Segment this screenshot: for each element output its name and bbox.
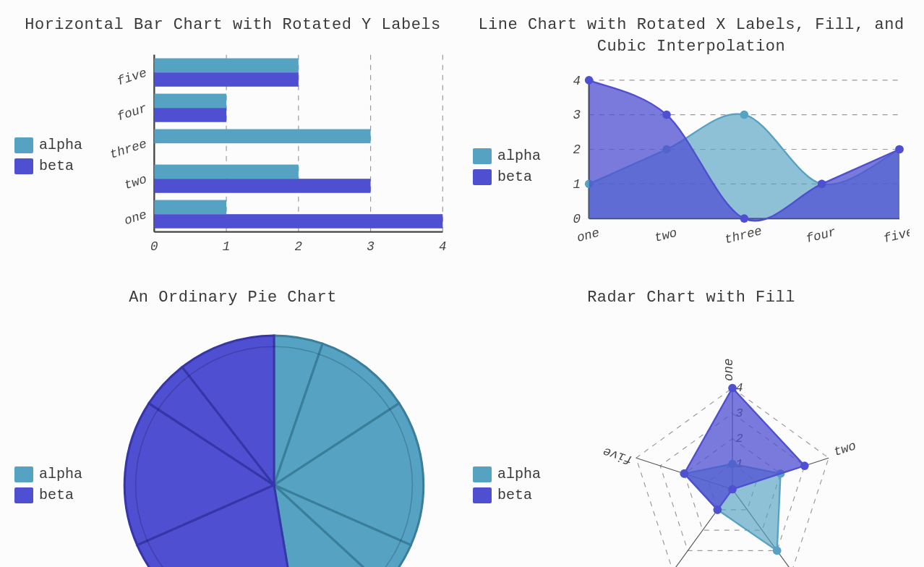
chart-grid: Horizontal Bar Chart with Rotated Y Labe… [14,14,910,553]
legend: alpha beta [473,466,541,503]
svg-point-77 [728,485,737,493]
svg-text:3: 3 [367,239,375,254]
svg-text:five: five [115,65,148,88]
svg-rect-15 [154,164,298,179]
legend-label: alpha [497,466,541,482]
panel-body: alpha beta 01234onetwothreefourfive [14,46,451,265]
svg-point-79 [680,469,689,478]
svg-text:3: 3 [573,108,581,123]
svg-rect-18 [154,129,370,143]
legend-label: alpha [39,137,82,153]
chart-title: Radar Chart with Fill [473,287,910,309]
chart-title: Line Chart with Rotated X Labels, Fill, … [473,14,910,57]
svg-text:four: four [805,225,838,247]
legend-item-beta: beta [473,169,541,185]
legend-swatch-beta [14,487,33,503]
svg-text:three: three [108,136,148,161]
svg-point-78 [714,506,722,514]
legend-label: beta [497,169,532,185]
svg-point-52 [818,180,826,189]
radar-chart-icon: 1234onetwothreefourfive [555,319,910,567]
svg-rect-13 [154,214,442,229]
svg-text:three: three [723,224,763,247]
svg-text:two: two [122,171,148,192]
legend-item-alpha: alpha [14,137,82,153]
svg-text:2: 2 [573,143,581,158]
svg-text:one: one [722,358,736,380]
legend-swatch-alpha [473,148,492,164]
svg-rect-21 [154,93,226,108]
panel-body: alpha beta [14,319,451,567]
panel-body: alpha beta 1234onetwothreefourfive [473,319,910,567]
svg-point-51 [740,215,749,223]
bar-chart-icon: 01234onetwothreefourfive [97,46,451,265]
svg-text:four: four [115,101,148,124]
panel-line: Line Chart with Rotated X Labels, Fill, … [473,14,910,265]
chart-area-radar: 1234onetwothreefourfive [555,319,910,567]
legend-item-beta: beta [473,487,541,503]
legend-swatch-alpha [14,466,33,482]
legend: alpha beta [473,148,541,185]
panel-hbar: Horizontal Bar Chart with Rotated Y Labe… [14,14,451,265]
legend-swatch-alpha [14,137,33,153]
svg-point-50 [662,111,671,119]
legend-item-alpha: alpha [14,466,82,482]
panel-body: alpha beta 01234onetwothreefourfive [473,67,910,265]
chart-title: An Ordinary Pie Chart [14,287,451,309]
svg-text:0: 0 [150,239,158,254]
legend-swatch-beta [473,169,492,185]
legend-item-alpha: alpha [473,148,541,164]
pie-chart-icon [97,319,451,567]
panel-radar: Radar Chart with Fill alpha beta 1234one… [473,287,910,567]
svg-point-72 [773,546,782,555]
legend: alpha beta [14,466,82,503]
panel-pie: An Ordinary Pie Chart alpha beta [14,287,451,567]
svg-rect-25 [154,72,298,87]
svg-rect-24 [154,58,298,72]
svg-text:0: 0 [573,212,581,226]
svg-point-53 [895,145,904,154]
line-chart-icon: 01234onetwothreefourfive [555,67,910,265]
svg-point-76 [800,461,809,470]
chart-area-line: 01234onetwothreefourfive [555,67,910,265]
svg-text:4: 4 [439,239,446,254]
chart-area-hbar: 01234onetwothreefourfive [97,46,451,265]
legend-label: alpha [497,148,541,164]
svg-point-75 [728,383,737,392]
svg-text:one: one [576,226,601,245]
legend-label: beta [39,487,74,503]
svg-text:1: 1 [573,178,581,192]
svg-text:2: 2 [295,239,302,254]
svg-point-46 [740,111,749,119]
svg-text:two: two [832,438,858,459]
svg-point-49 [585,76,594,85]
svg-text:4: 4 [573,74,581,88]
legend-label: beta [39,158,74,174]
svg-text:five: five [601,444,634,467]
legend-swatch-beta [14,158,33,174]
svg-rect-16 [154,179,370,193]
legend-label: alpha [39,466,82,482]
legend-item-alpha: alpha [473,466,541,482]
legend: alpha beta [14,137,82,174]
svg-rect-22 [154,108,226,122]
legend-swatch-alpha [473,466,492,482]
legend-swatch-beta [473,487,492,503]
svg-rect-12 [154,200,226,214]
svg-text:two: two [653,226,678,245]
chart-area-pie [97,319,451,567]
chart-title: Horizontal Bar Chart with Rotated Y Labe… [14,14,451,36]
legend-item-beta: beta [14,158,82,174]
svg-text:1: 1 [223,239,231,254]
svg-text:five: five [882,225,910,247]
legend-label: beta [497,487,532,503]
svg-text:one: one [122,207,148,228]
legend-item-beta: beta [14,487,82,503]
